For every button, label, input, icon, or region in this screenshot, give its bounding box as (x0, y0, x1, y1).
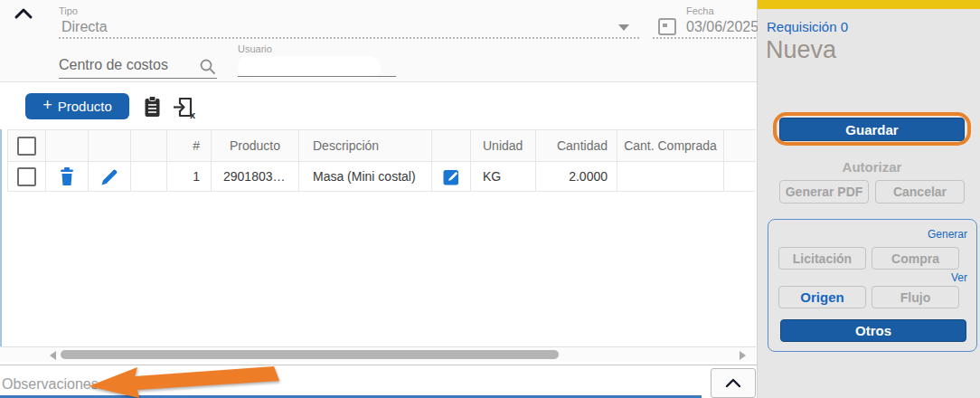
paste-products-button[interactable] (141, 95, 164, 121)
usuario-redaction-overlay (238, 56, 379, 76)
pencil-icon[interactable] (100, 167, 119, 186)
chevron-up-icon (723, 376, 743, 391)
observaciones-section (0, 365, 757, 398)
select-all-checkbox[interactable] (17, 137, 36, 156)
column-header-unidad: Unidad (471, 130, 536, 161)
search-icon[interactable] (198, 57, 217, 76)
row-checkbox[interactable] (17, 167, 36, 186)
column-header-cant-comprada: Cant. Comprada (617, 130, 724, 161)
guardar-button[interactable]: Guardar (779, 118, 965, 141)
add-product-label: Producto (58, 99, 112, 114)
column-header-note (432, 130, 471, 161)
column-header-producto: Producto (212, 130, 299, 161)
chevron-down-icon (618, 24, 629, 31)
export-excel-button[interactable]: x (173, 96, 197, 121)
panel-title: Requisición 0 (767, 19, 848, 34)
compra-button: Compra (872, 247, 959, 270)
centro-costos-input[interactable] (59, 54, 194, 76)
requisition-screen: Tipo Directa Fecha 03/06/2025 (0, 0, 980, 398)
fecha-label: Fecha (686, 5, 714, 16)
table-row: 1 2901803… Masa (Mini costal) KG 2.0000 (7, 162, 756, 192)
fecha-value: 03/06/2025 (686, 19, 759, 35)
main-area: Tipo Directa Fecha 03/06/2025 (0, 0, 758, 398)
svg-text:x: x (190, 109, 196, 118)
select-all-cell (8, 130, 46, 161)
row-unidad: KG (471, 162, 536, 191)
licitacion-button: Licitación (778, 247, 866, 270)
centro-costos-underline (59, 78, 217, 79)
observaciones-input[interactable] (2, 374, 635, 394)
otros-button[interactable]: Otros (780, 319, 966, 342)
column-header-cantidad: Cantidad (536, 130, 617, 161)
cancelar-button: Cancelar (875, 180, 965, 204)
export-file-icon: x (173, 96, 197, 118)
tipo-underline (59, 37, 639, 39)
table-header-row: # Producto Descripción Unidad Cantidad C… (7, 129, 756, 162)
usuario-underline (238, 76, 396, 77)
collapse-header-button[interactable] (12, 4, 35, 25)
origen-button[interactable]: Origen (778, 286, 866, 308)
row-delete-cell (46, 162, 89, 191)
column-header-extra (724, 130, 756, 161)
scrollbar-thumb[interactable] (61, 350, 559, 359)
generar-group-label: Generar (928, 228, 967, 241)
generar-pdf-button: Generar PDF (779, 180, 869, 204)
header-action-2 (89, 130, 131, 161)
row-select-cell (8, 162, 46, 191)
row-cantidad: 2.0000 (536, 162, 617, 191)
scroll-right-icon[interactable] (740, 351, 746, 360)
row-producto: 2901803… (212, 162, 299, 191)
plus-icon: + (42, 96, 52, 115)
scroll-left-icon[interactable] (50, 351, 56, 360)
products-table: # Producto Descripción Unidad Cantidad C… (7, 129, 756, 192)
horizontal-scrollbar[interactable] (0, 346, 756, 362)
panel-yellow-accent-bar (758, 0, 980, 9)
flujo-button: Flujo (872, 286, 959, 308)
add-product-button[interactable]: + Producto (25, 93, 129, 119)
panel-status: Nueva (766, 36, 836, 64)
row-num: 1 (167, 162, 212, 191)
trash-icon[interactable] (58, 166, 76, 186)
autorizar-button: Autorizar (779, 156, 965, 177)
fecha-underline (653, 37, 756, 39)
row-edit-cell (89, 162, 131, 191)
usuario-label: Usuario (238, 43, 272, 54)
row-extra (724, 162, 756, 191)
chevron-up-icon (12, 4, 35, 25)
table-left-accent (0, 129, 2, 346)
actions-group: Generar Licitación Compra Ver Origen Flu… (768, 219, 977, 352)
calendar-icon[interactable] (656, 15, 678, 37)
tipo-value: Directa (61, 19, 108, 35)
requisition-side-panel: Requisición 0 Nueva Guardar Autorizar Ge… (758, 0, 980, 398)
ver-group-label: Ver (951, 271, 967, 284)
header-action-3 (131, 130, 167, 161)
expand-observaciones-button[interactable] (711, 368, 756, 398)
row-note-cell (432, 162, 471, 191)
column-header-descripcion: Descripción (299, 130, 432, 161)
row-cant-comprada (617, 162, 724, 191)
clipboard-icon (141, 95, 164, 118)
form-header: Tipo Directa Fecha 03/06/2025 (0, 0, 757, 82)
tipo-label: Tipo (59, 5, 78, 16)
row-action-spare (131, 162, 167, 191)
row-descripcion: Masa (Mini costal) (299, 162, 432, 191)
edit-note-icon[interactable] (443, 168, 460, 185)
column-header-num: # (167, 130, 212, 161)
header-action-1 (46, 130, 89, 161)
